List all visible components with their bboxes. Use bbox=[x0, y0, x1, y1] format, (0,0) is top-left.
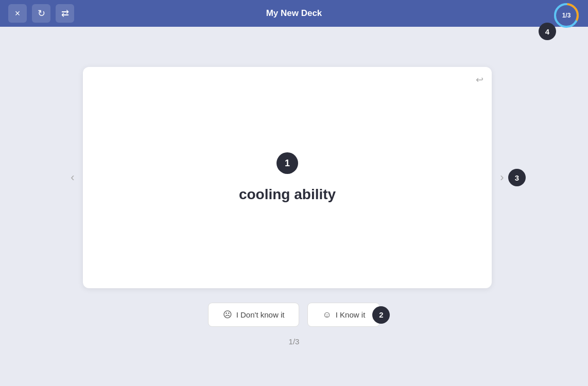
page-counter: 1/3 bbox=[289, 337, 300, 346]
smile-icon: ☺ bbox=[322, 310, 331, 320]
next-area: › 3 bbox=[492, 167, 526, 188]
dont-know-label: I Don't know it bbox=[236, 310, 285, 319]
refresh-button[interactable]: ↻ bbox=[32, 4, 50, 23]
progress-area: 1/3 bbox=[553, 2, 580, 29]
main-content: ‹ ↩ 1 cooling ability › 3 ☹ I Don't know… bbox=[0, 27, 588, 386]
frown-icon: ☹ bbox=[223, 309, 232, 320]
prev-icon: ‹ bbox=[71, 171, 74, 184]
close-button[interactable]: × bbox=[8, 4, 27, 23]
badge-2: 2 bbox=[372, 306, 390, 324]
header: × ↻ ⇄ My New Deck 1/3 4 bbox=[0, 0, 588, 27]
flip-icon: ↩ bbox=[476, 75, 483, 85]
card-term: cooling ability bbox=[239, 186, 336, 203]
refresh-icon: ↻ bbox=[38, 8, 45, 19]
flip-button[interactable]: ↩ bbox=[476, 74, 483, 85]
dont-know-button[interactable]: ☹ I Don't know it bbox=[208, 303, 300, 327]
shuffle-button[interactable]: ⇄ bbox=[56, 4, 74, 23]
shuffle-icon: ⇄ bbox=[61, 8, 69, 19]
prev-button[interactable]: ‹ bbox=[62, 167, 83, 188]
flashcard: ↩ 1 cooling ability bbox=[83, 67, 492, 288]
header-left-controls: × ↻ ⇄ bbox=[8, 4, 74, 23]
progress-circle: 1/3 bbox=[553, 2, 580, 29]
action-buttons: ☹ I Don't know it ☺ I Know it 2 bbox=[208, 303, 381, 327]
deck-title: My New Deck bbox=[266, 8, 322, 19]
know-button[interactable]: ☺ I Know it 2 bbox=[307, 303, 380, 327]
progress-label: 1/3 bbox=[562, 12, 571, 19]
next-icon: › bbox=[500, 171, 504, 184]
card-area: ‹ ↩ 1 cooling ability › 3 bbox=[62, 67, 526, 288]
badge-3: 3 bbox=[508, 169, 526, 186]
close-icon: × bbox=[15, 8, 21, 19]
know-label: I Know it bbox=[336, 310, 366, 319]
card-number-badge: 1 bbox=[276, 152, 298, 174]
